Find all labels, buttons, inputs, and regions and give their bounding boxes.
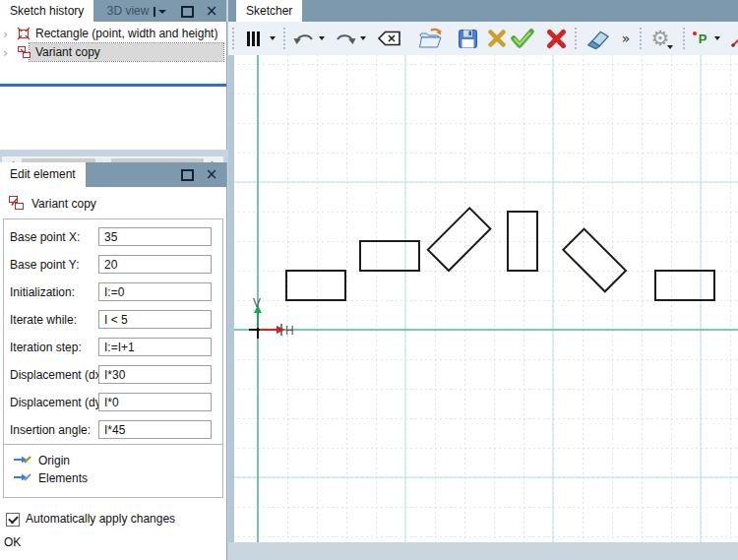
yellow-x-icon — [487, 29, 507, 48]
eraser-button[interactable] — [584, 26, 610, 51]
base-point-x-input[interactable] — [98, 227, 212, 246]
tree-item-label: Rectangle (point, width and height) — [35, 25, 217, 43]
expand-chevron-icon[interactable]: › — [3, 43, 8, 62]
point-tool-icon: P — [699, 31, 707, 46]
expand-chevron-icon[interactable]: › — [3, 25, 8, 43]
field-label: Iteration step: — [10, 341, 82, 354]
axis-label-v: V — [253, 296, 261, 310]
green-check-icon — [511, 29, 534, 48]
apply-button[interactable] — [510, 26, 535, 51]
check-icon — [8, 514, 19, 525]
application-window: Sketch history 3D view × › Rectangle (po… — [0, 0, 738, 560]
displacement-dy-input[interactable] — [98, 393, 212, 411]
field-label: Base point X: — [10, 230, 80, 244]
left-panel-tabbar: Sketch history 3D view × — [0, 0, 226, 22]
iteration-step-input[interactable] — [98, 338, 212, 356]
elements-picker[interactable]: Elements — [13, 470, 31, 487]
axis-label-h: H — [285, 324, 294, 338]
edit-element-header: Edit element × — [0, 162, 227, 187]
toolbar-grip[interactable] — [683, 28, 685, 49]
sketcher-tabbar: Sketcher — [228, 0, 738, 22]
columns-view-button[interactable] — [240, 26, 266, 51]
chevron-down-icon[interactable] — [667, 45, 673, 49]
maximize-icon — [181, 169, 194, 181]
field-label: Displacement (dy): — [10, 396, 108, 409]
field-label: Base point Y: — [10, 258, 80, 272]
tree-item-variant-copy[interactable]: › Variant copy — [0, 43, 226, 62]
sketcher-toolbar: » ⚙ P — [228, 22, 738, 56]
maximize-button[interactable] — [177, 0, 197, 22]
toolbar-grip[interactable] — [640, 28, 642, 49]
backspace-icon — [377, 30, 401, 47]
sketch-history-tree: › Rectangle (point, width and height) › … — [0, 22, 227, 150]
auto-apply-checkbox[interactable] — [6, 513, 20, 527]
maximize-button[interactable] — [177, 163, 197, 185]
chevron-down-icon[interactable] — [360, 36, 366, 40]
chevron-down-icon[interactable] — [714, 36, 720, 40]
displacement-dx-input[interactable] — [98, 365, 212, 384]
origin-picker[interactable]: Origin — [13, 453, 31, 469]
save-button[interactable] — [455, 26, 480, 51]
ok-button[interactable]: OK — [4, 535, 21, 549]
variant-copy-icon — [17, 45, 31, 65]
field-label: Displacement (dx): — [10, 368, 108, 382]
edit-element-panel: Variant copy Base point X: Base point Y:… — [0, 187, 227, 560]
line-tool-icon — [731, 30, 738, 47]
parameters-group: Base point X: Base point Y: Initializati… — [3, 218, 223, 446]
elements-pick-icon — [13, 470, 31, 483]
sketch-drawing: V H — [234, 55, 738, 542]
chevron-down-icon — [158, 10, 166, 14]
eraser-icon — [584, 29, 610, 49]
base-point-y-input[interactable] — [98, 255, 212, 274]
field-label: Iterate while: — [10, 313, 77, 327]
close-button[interactable]: × — [202, 163, 221, 185]
delete-button[interactable] — [543, 26, 569, 51]
maximize-icon — [181, 6, 194, 18]
canvas-bottom-scrollbar[interactable] — [228, 542, 738, 560]
dock-icon — [154, 7, 155, 17]
edited-element-row: Variant copy — [8, 195, 25, 213]
variant-copy-icon — [8, 195, 25, 211]
elements-label: Elements — [38, 470, 88, 487]
initialization-input[interactable] — [98, 282, 212, 301]
edited-element-name: Variant copy — [31, 195, 96, 213]
origin-label: Origin — [38, 453, 70, 469]
chevron-down-icon[interactable] — [319, 36, 325, 40]
tab-sketch-history[interactable]: Sketch history — [0, 0, 93, 22]
iterate-while-input[interactable] — [98, 310, 212, 329]
minor-grid — [234, 55, 738, 542]
tree-item-label: Variant copy — [35, 43, 100, 62]
field-label: Insertion angle: — [10, 423, 91, 437]
undo-button[interactable] — [291, 26, 317, 51]
field-label: Initialization: — [10, 285, 75, 299]
tab-edit-element[interactable]: Edit element — [0, 162, 86, 187]
delete-last-button[interactable] — [376, 26, 401, 51]
line-tool-button[interactable] — [727, 26, 738, 51]
auto-apply-label: Automatically apply changes — [26, 512, 175, 527]
columns-icon — [247, 31, 260, 46]
cancel-button[interactable] — [484, 26, 510, 51]
open-folder-icon — [418, 28, 443, 49]
undo-icon — [293, 30, 315, 47]
red-x-icon — [546, 29, 567, 49]
redo-icon — [335, 30, 356, 47]
insertion-angle-input[interactable] — [98, 420, 212, 439]
chevron-down-icon[interactable] — [270, 36, 276, 40]
toolbar-overflow-button[interactable]: » — [616, 26, 636, 51]
sketch-canvas[interactable]: V H — [234, 55, 738, 542]
toolbar-grip[interactable] — [283, 28, 285, 49]
tree-item-rectangle[interactable]: › Rectangle (point, width and height) — [0, 25, 226, 43]
point-tool-button[interactable]: P — [693, 26, 712, 51]
close-button[interactable]: × — [202, 0, 221, 22]
origin-pick-icon — [13, 453, 31, 466]
drop-indicator-line — [0, 84, 226, 87]
toolbar-grip[interactable] — [575, 28, 577, 49]
tab-sketcher[interactable]: Sketcher — [236, 0, 302, 22]
redo-button[interactable] — [333, 26, 358, 51]
references-group: Origin Elements — [3, 444, 223, 498]
save-floppy-icon — [458, 29, 478, 49]
open-button[interactable] — [417, 26, 443, 51]
toolbar-grip[interactable] — [232, 28, 234, 49]
dock-menu-button[interactable] — [148, 0, 171, 22]
